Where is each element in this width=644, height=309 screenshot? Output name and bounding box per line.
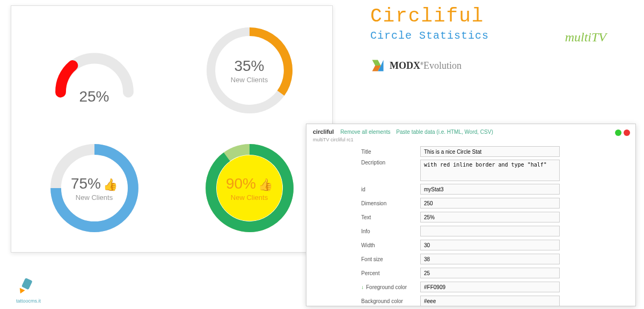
stat-gauge-3: 75%👍 New Clients bbox=[22, 134, 166, 241]
input-info[interactable] bbox=[420, 226, 560, 236]
label-text: Text bbox=[361, 214, 420, 220]
input-dimension[interactable] bbox=[420, 198, 560, 209]
input-bgcolor[interactable] bbox=[420, 296, 560, 306]
thumbs-up-icon: 👍 bbox=[103, 177, 118, 191]
label-description: Decription bbox=[361, 160, 420, 166]
footer-text: tattoocms.it bbox=[16, 298, 41, 304]
form-name: circliful bbox=[313, 128, 334, 135]
remove-icon[interactable] bbox=[624, 130, 630, 136]
label-bgcolor: Background color bbox=[361, 298, 420, 304]
label-fontsize: Font size bbox=[361, 256, 420, 262]
svg-marker-8 bbox=[18, 288, 25, 295]
stat-gauge-1: 25% bbox=[22, 17, 166, 124]
input-description[interactable] bbox=[420, 160, 560, 181]
label-fgcolor: ↓Foreground color bbox=[361, 284, 420, 290]
svg-rect-7 bbox=[21, 278, 33, 290]
stat-gauge-2: 35% New Clients bbox=[177, 17, 321, 124]
stat-percent: 25% bbox=[79, 88, 109, 105]
label-info: Info bbox=[361, 228, 420, 234]
stat-percent: 75% bbox=[71, 175, 101, 191]
charts-panel: 25% 35% New Clients 75%👍 New Clients 90 bbox=[11, 5, 333, 253]
stat-label: New Clients bbox=[231, 193, 268, 201]
thumbs-up-icon: 👍 bbox=[258, 177, 273, 191]
label-percent: Percent bbox=[361, 270, 420, 276]
form-subtitle: multiTV circliful rc1 bbox=[313, 137, 629, 142]
modx-text: MODX®Evolution bbox=[390, 60, 462, 71]
label-dimension: Dimension bbox=[361, 200, 420, 206]
modx-logo-block: MODX®Evolution bbox=[370, 58, 617, 73]
input-fgcolor[interactable] bbox=[420, 282, 560, 292]
svg-marker-4 bbox=[372, 60, 381, 66]
brand-tag: multiTV bbox=[565, 30, 606, 45]
modx-icon bbox=[370, 58, 385, 73]
stat-percent: 35% bbox=[234, 57, 264, 74]
stat-percent: 90% bbox=[226, 175, 256, 191]
label-width: Width bbox=[361, 242, 420, 248]
branding-block: Circliful Circle Statistics multiTV MODX… bbox=[370, 5, 617, 73]
input-text[interactable] bbox=[420, 212, 560, 222]
stat-label: New Clients bbox=[231, 75, 268, 83]
stat-label: New Clients bbox=[76, 193, 113, 201]
stat-gauge-4: 90%👍 New Clients bbox=[177, 134, 321, 241]
arrow-down-icon: ↓ bbox=[361, 284, 364, 290]
add-icon[interactable] bbox=[615, 130, 621, 136]
footer-logo: tattoocms.it bbox=[16, 277, 41, 304]
input-id[interactable] bbox=[420, 184, 560, 195]
paste-data-link[interactable]: Paste table data (i.e. HTML, Word, CSV) bbox=[396, 129, 493, 135]
input-title[interactable] bbox=[420, 146, 560, 157]
label-id: id bbox=[361, 186, 420, 192]
input-fontsize[interactable] bbox=[420, 254, 560, 264]
brand-title: Circliful bbox=[370, 5, 617, 27]
label-title: Title bbox=[361, 149, 420, 155]
input-percent[interactable] bbox=[420, 268, 560, 278]
multitv-form-panel: circliful Remove all elements Paste tabl… bbox=[306, 124, 636, 306]
input-width[interactable] bbox=[420, 240, 560, 250]
pencil-icon bbox=[16, 277, 35, 296]
remove-all-link[interactable]: Remove all elements bbox=[340, 129, 390, 135]
